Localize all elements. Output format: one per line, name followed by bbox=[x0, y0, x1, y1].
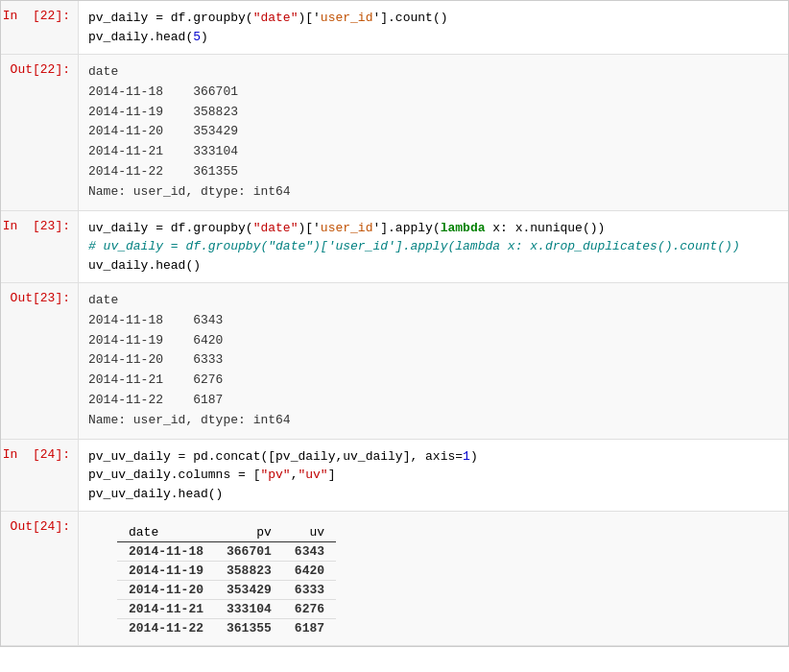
cell-in-23: In [23]: uv_daily = df.groupby("date")['… bbox=[1, 211, 788, 284]
code-line: pv_uv_daily.columns = ["pv","uv"] bbox=[88, 466, 778, 485]
code-line: pv_uv_daily.head() bbox=[88, 485, 778, 504]
pv-cell: 333104 bbox=[215, 600, 283, 619]
pv-cell: 353429 bbox=[215, 581, 283, 600]
cell-in-22: In [22]: pv_daily = df.groupby("date")['… bbox=[1, 1, 788, 55]
cell-content-in-24[interactable]: pv_uv_daily = pd.concat([pv_daily,uv_dai… bbox=[78, 440, 788, 512]
uv-cell: 6420 bbox=[283, 562, 336, 581]
cell-label-out-23: Out[23]: bbox=[1, 283, 78, 439]
pv-cell: 361355 bbox=[215, 619, 283, 638]
cell-content-in-22[interactable]: pv_daily = df.groupby("date")['user_id']… bbox=[78, 1, 788, 54]
uv-cell: 6333 bbox=[283, 581, 336, 600]
dataframe-table: date pv uv 2014-11-18 366701 6343 2014-1… bbox=[117, 523, 336, 637]
cell-label-in-23: In [23]: bbox=[1, 211, 78, 283]
cell-content-out-24: date pv uv 2014-11-18 366701 6343 2014-1… bbox=[78, 512, 788, 645]
uv-cell: 6276 bbox=[283, 600, 336, 619]
pv-cell: 358823 bbox=[215, 562, 283, 581]
cell-out-24: Out[24]: date pv uv 2014-11-18 366701 63… bbox=[1, 512, 788, 646]
col-header-date: date bbox=[117, 523, 215, 542]
uv-cell: 6187 bbox=[283, 619, 336, 638]
code-line: uv_daily = df.groupby("date")['user_id']… bbox=[88, 219, 778, 238]
date-cell: 2014-11-19 bbox=[117, 562, 215, 581]
out-text-23: date 2014-11-18 6343 2014-11-19 6420 201… bbox=[88, 291, 778, 431]
table-row: 2014-11-20 353429 6333 bbox=[117, 581, 336, 600]
date-cell: 2014-11-22 bbox=[117, 619, 215, 638]
cell-label-out-24: Out[24]: bbox=[1, 512, 78, 645]
cell-label-in-22: In [22]: bbox=[1, 1, 78, 54]
col-header-uv: uv bbox=[283, 523, 336, 542]
out-text-22: date 2014-11-18 366701 2014-11-19 358823… bbox=[88, 62, 778, 203]
cell-in-24: In [24]: pv_uv_daily = pd.concat([pv_dai… bbox=[1, 440, 788, 513]
code-line-comment: # uv_daily = df.groupby("date")['user_id… bbox=[88, 237, 778, 256]
table-row: 2014-11-18 366701 6343 bbox=[117, 542, 336, 562]
uv-cell: 6343 bbox=[283, 542, 336, 562]
cell-content-out-23: date 2014-11-18 6343 2014-11-19 6420 201… bbox=[78, 283, 788, 439]
date-cell: 2014-11-18 bbox=[117, 542, 215, 562]
notebook: In [22]: pv_daily = df.groupby("date")['… bbox=[0, 0, 789, 647]
code-line: uv_daily.head() bbox=[88, 256, 778, 276]
cell-label-out-22: Out[22]: bbox=[1, 55, 78, 210]
table-row: 2014-11-19 358823 6420 bbox=[117, 562, 336, 581]
cell-out-23: Out[23]: date 2014-11-18 6343 2014-11-19… bbox=[1, 283, 788, 440]
table-row: 2014-11-22 361355 6187 bbox=[117, 619, 336, 638]
table-row: 2014-11-21 333104 6276 bbox=[117, 600, 336, 619]
cell-content-in-23[interactable]: uv_daily = df.groupby("date")['user_id']… bbox=[78, 211, 788, 283]
date-cell: 2014-11-20 bbox=[117, 581, 215, 600]
cell-label-in-24: In [24]: bbox=[1, 440, 78, 512]
col-header-pv: pv bbox=[215, 523, 283, 542]
cell-out-22: Out[22]: date 2014-11-18 366701 2014-11-… bbox=[1, 55, 788, 211]
code-line: pv_daily = df.groupby("date")['user_id']… bbox=[88, 9, 778, 28]
date-cell: 2014-11-21 bbox=[117, 600, 215, 619]
pv-cell: 366701 bbox=[215, 542, 283, 562]
code-line: pv_daily.head(5) bbox=[88, 28, 778, 47]
cell-content-out-22: date 2014-11-18 366701 2014-11-19 358823… bbox=[78, 55, 788, 210]
code-line: pv_uv_daily = pd.concat([pv_daily,uv_dai… bbox=[88, 447, 778, 467]
